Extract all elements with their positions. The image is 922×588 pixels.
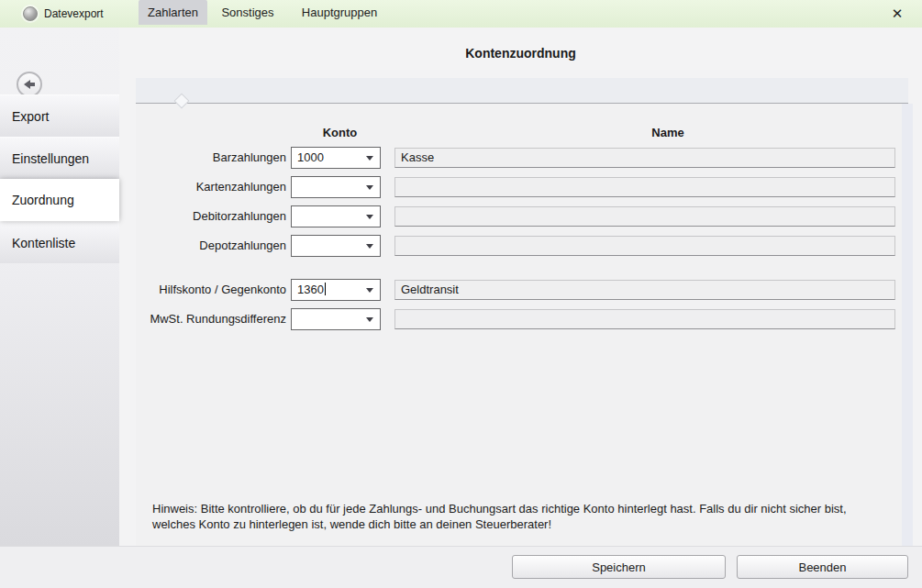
row-label: Depotzahlungen <box>136 235 286 257</box>
hint-text-line2: welches Konto zu hinterlegen ist, wende … <box>152 517 551 531</box>
window-title: Datevexport <box>44 0 104 28</box>
tab-hauptgruppen[interactable]: Hauptgruppen <box>286 0 393 25</box>
name-field: Geldtransit <box>394 280 895 300</box>
tab-separator-line <box>136 103 908 104</box>
sidebar-item-einstellungen[interactable]: Einstellungen <box>0 137 119 179</box>
tab-bar <box>136 78 908 103</box>
save-button[interactable]: Speichern <box>512 555 726 579</box>
name-field <box>394 206 895 227</box>
back-arrow-icon <box>24 80 35 89</box>
chevron-down-icon <box>366 317 373 322</box>
chevron-down-icon <box>366 244 373 249</box>
sidebar: Export Einstellungen Zuordnung Kontenlis… <box>0 28 119 546</box>
chevron-down-icon <box>366 185 373 190</box>
chevron-down-icon <box>366 215 373 219</box>
row-label: Debitorzahlungen <box>136 205 286 227</box>
row-hilfskonto-gegenkonto: Hilfskonto / Gegenkonto 1360 Geldtransit <box>136 279 908 301</box>
konto-combobox[interactable] <box>291 308 381 330</box>
row-label: Barzahlungen <box>136 147 286 169</box>
konto-combobox[interactable] <box>291 205 381 227</box>
tab-zahlarten[interactable]: Zahlarten <box>139 0 207 25</box>
column-header-name: Name <box>417 126 918 139</box>
name-field <box>394 236 895 256</box>
chevron-down-icon <box>366 156 373 161</box>
row-debitorzahlungen: Debitorzahlungen <box>136 205 908 227</box>
name-field: Kasse <box>394 148 895 168</box>
app-window: Datevexport ✕ Export Einstellungen Zuord… <box>0 0 922 588</box>
sidebar-item-export[interactable]: Export <box>0 94 119 137</box>
back-button[interactable] <box>17 72 42 97</box>
konto-combobox[interactable] <box>291 235 381 257</box>
column-header-konto: Konto <box>291 126 389 139</box>
sidebar-item-kontenliste[interactable]: Kontenliste <box>0 221 119 263</box>
row-kartenzahlungen: Kartenzahlungen <box>136 176 908 198</box>
row-depotzahlungen: Depotzahlungen <box>136 235 908 257</box>
footer-bar: Speichern Beenden <box>0 546 922 588</box>
konto-combobox[interactable] <box>291 176 381 198</box>
sidebar-item-zuordnung[interactable]: Zuordnung <box>0 179 119 221</box>
row-mwst-rundungsdifferenz: MwSt. Rundungsdifferenz <box>136 308 908 330</box>
row-label: Kartenzahlungen <box>136 176 286 198</box>
row-barzahlungen: Barzahlungen 1000 Kasse <box>136 147 908 169</box>
exit-button[interactable]: Beenden <box>737 555 908 579</box>
page-title: Kontenzuordnung <box>119 46 922 61</box>
row-label: MwSt. Rundungsdifferenz <box>136 308 286 330</box>
close-icon[interactable]: ✕ <box>879 0 916 28</box>
tab-sonstiges[interactable]: Sonstiges <box>209 0 286 25</box>
text-cursor <box>325 283 326 295</box>
app-icon <box>23 6 38 21</box>
name-field <box>394 177 895 197</box>
hint-text-line1: Hinweis: Bitte kontrolliere, ob du für j… <box>152 502 847 516</box>
konto-combobox[interactable]: 1360 <box>291 279 381 301</box>
row-label: Hilfskonto / Gegenkonto <box>136 279 286 301</box>
chevron-down-icon <box>366 288 373 293</box>
name-field <box>394 309 895 329</box>
konto-combobox[interactable]: 1000 <box>291 147 381 169</box>
